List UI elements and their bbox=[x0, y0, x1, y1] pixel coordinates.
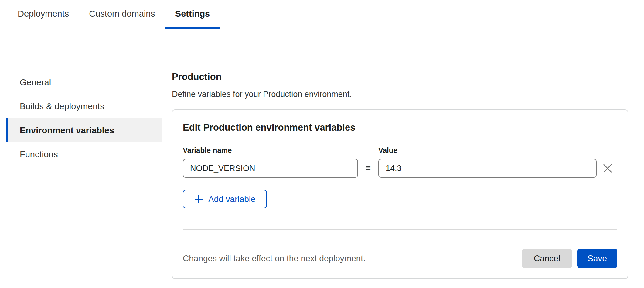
add-variable-label: Add variable bbox=[208, 194, 256, 204]
main-panel: Production Define variables for your Pro… bbox=[172, 29, 628, 279]
add-variable-button[interactable]: Add variable bbox=[183, 190, 267, 208]
variable-value-input[interactable] bbox=[378, 159, 597, 178]
page-title: Production bbox=[172, 72, 628, 81]
plus-icon bbox=[194, 195, 203, 204]
variable-name-label: Variable name bbox=[183, 146, 358, 155]
env-variables-card: Edit Production environment variables Va… bbox=[172, 109, 628, 279]
tab-settings[interactable]: Settings bbox=[165, 0, 220, 29]
footer-actions: Cancel Save bbox=[522, 249, 617, 268]
tab-custom-domains[interactable]: Custom domains bbox=[79, 0, 165, 29]
sidebar-item-functions[interactable]: Functions bbox=[6, 142, 162, 166]
equals-sign: = bbox=[358, 163, 378, 173]
page-subtitle: Define variables for your Production env… bbox=[172, 90, 628, 98]
card-title: Edit Production environment variables bbox=[183, 123, 617, 132]
sidebar-item-environment-variables[interactable]: Environment variables bbox=[6, 118, 162, 142]
settings-sidebar: General Builds & deployments Environment… bbox=[8, 29, 172, 279]
cancel-button[interactable]: Cancel bbox=[522, 249, 572, 268]
top-tab-bar: Deployments Custom domains Settings bbox=[8, 0, 629, 29]
settings-page: Deployments Custom domains Settings Gene… bbox=[0, 0, 644, 288]
value-label: Value bbox=[378, 146, 597, 155]
save-button[interactable]: Save bbox=[577, 249, 617, 268]
variable-name-input[interactable] bbox=[183, 159, 358, 178]
card-divider bbox=[183, 229, 617, 230]
footer-note: Changes will take effect on the next dep… bbox=[183, 254, 366, 263]
sidebar-item-builds-deployments[interactable]: Builds & deployments bbox=[6, 94, 162, 118]
variable-row: Variable name Value = bbox=[183, 146, 617, 178]
remove-variable-button[interactable] bbox=[601, 162, 614, 174]
close-icon bbox=[602, 163, 613, 173]
remove-cell bbox=[597, 162, 617, 174]
sidebar-item-general[interactable]: General bbox=[6, 70, 162, 94]
tab-deployments[interactable]: Deployments bbox=[8, 0, 79, 29]
card-footer: Changes will take effect on the next dep… bbox=[183, 249, 617, 268]
content-area: General Builds & deployments Environment… bbox=[8, 29, 644, 279]
